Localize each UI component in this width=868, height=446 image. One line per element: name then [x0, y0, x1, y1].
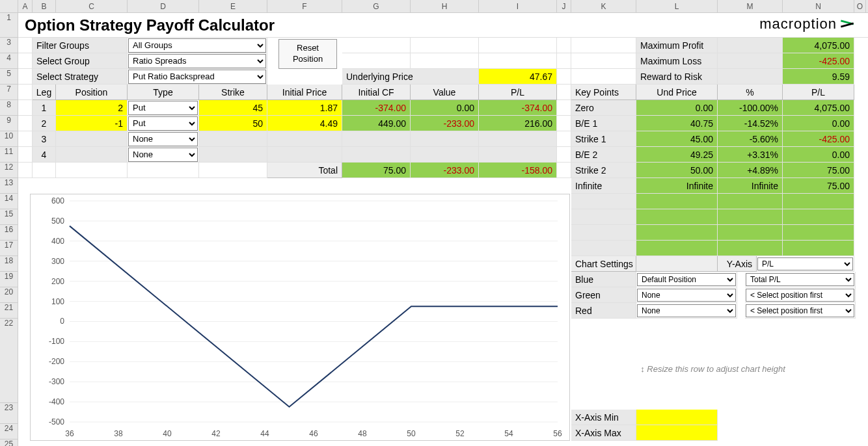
brand-icon — [841, 19, 856, 29]
kp-undprice: 45.00 — [636, 131, 718, 147]
svg-text:42: 42 — [211, 429, 221, 438]
red-select2[interactable]: < Select position first — [746, 304, 854, 317]
svg-text:36: 36 — [65, 429, 74, 438]
brand-logo: macroption — [759, 16, 856, 33]
leg-value — [411, 131, 479, 147]
leg-type-select[interactable]: None — [128, 148, 198, 162]
svg-text:40: 40 — [163, 429, 172, 438]
red-label: Red — [571, 303, 636, 319]
max-loss-label: Maximum Loss — [636, 53, 718, 69]
select-group-label: Select Group — [33, 53, 128, 69]
col-keypoints: Key Points — [571, 85, 636, 100]
leg-initial-cf — [342, 131, 411, 147]
leg-strike[interactable]: 50 — [199, 116, 267, 131]
green-label: Green — [571, 287, 636, 303]
yaxis-label: Y-Axis — [718, 256, 757, 272]
col-undprice: Und Price — [636, 85, 718, 100]
chart-settings-label: Chart Settings — [571, 256, 636, 272]
leg-position[interactable]: -1 — [56, 116, 128, 131]
leg-type-select[interactable]: None — [128, 132, 198, 146]
kp-name: B/E 1 — [571, 116, 636, 131]
leg-position[interactable] — [56, 147, 128, 163]
total-value: -233.00 — [411, 163, 479, 178]
svg-text:100: 100 — [51, 297, 64, 306]
kp-row: Infinite — [571, 178, 636, 194]
max-profit-value: 4,075.00 — [783, 38, 854, 53]
filter-groups-select[interactable]: All Groups — [128, 38, 266, 53]
column-headers: A B C D E F G H I J K L M N O — [0, 0, 868, 13]
leg-pl: 216.00 — [479, 116, 557, 131]
reward-risk-value: 9.59 — [783, 69, 854, 85]
leg-position[interactable]: 2 — [56, 100, 128, 116]
leg-type-select[interactable]: Put — [128, 101, 198, 115]
row-headers: 1 3 4 5 7 8 9 10 11 12 13 14 15 16 17 18… — [0, 13, 18, 446]
leg-initial-price[interactable]: 4.49 — [267, 116, 342, 131]
leg-initial-price[interactable] — [267, 131, 342, 147]
col-pl: P/L — [479, 85, 557, 100]
leg-initial-price[interactable]: 1.87 — [267, 100, 342, 116]
leg-number: 4 — [33, 147, 56, 163]
kp-pct: +3.31% — [718, 147, 783, 163]
col-type: Type — [128, 85, 199, 100]
xaxis-min-input[interactable] — [636, 410, 718, 425]
reset-position-button[interactable]: Reset Position — [278, 39, 337, 69]
red-select1[interactable]: None — [637, 304, 736, 317]
kp-name: Zero — [571, 100, 636, 116]
total-icf: 75.00 — [342, 163, 411, 178]
kp-pct: -14.52% — [718, 116, 783, 131]
kp-pl: 0.00 — [783, 116, 854, 131]
kp-undprice: 49.25 — [636, 147, 718, 163]
col-initial-price: Initial Price — [267, 85, 342, 100]
green-select2[interactable]: < Select position first — [746, 289, 854, 302]
reward-risk-label: Reward to Risk — [636, 69, 718, 85]
svg-text:-400: -400 — [49, 397, 64, 406]
svg-text:600: 600 — [51, 196, 64, 205]
underlying-price-label: Underlying Price — [342, 69, 479, 85]
svg-text:52: 52 — [455, 429, 465, 438]
leg-number: 1 — [33, 100, 56, 116]
kp-undprice: 40.75 — [636, 116, 718, 131]
leg-strike[interactable]: 45 — [199, 100, 267, 116]
leg-value — [411, 147, 479, 163]
select-group-select[interactable]: Ratio Spreads — [128, 54, 266, 68]
leg-pl: -374.00 — [479, 100, 557, 116]
underlying-price-value[interactable]: 47.67 — [479, 69, 557, 85]
leg-number: 2 — [33, 116, 56, 131]
col-pct: % — [718, 85, 783, 100]
xaxis-max-input[interactable] — [636, 425, 718, 441]
svg-text:0: 0 — [60, 317, 64, 326]
col-strike: Strike — [199, 85, 267, 100]
leg-position[interactable] — [56, 131, 128, 147]
kp-pct: -100.00% — [718, 100, 783, 116]
blue-select2[interactable]: Total P/L — [746, 273, 854, 286]
green-select1[interactable]: None — [637, 289, 736, 302]
leg-initial-price[interactable] — [267, 147, 342, 163]
kp-undprice: 0.00 — [636, 100, 718, 116]
total-label: Total — [267, 163, 342, 178]
kp-pl: 0.00 — [783, 147, 854, 163]
leg-value: -233.00 — [411, 116, 479, 131]
leg-type-select[interactable]: Put — [128, 116, 198, 131]
select-strategy-label: Select Strategy — [33, 69, 128, 85]
total-pl: -158.00 — [479, 163, 557, 178]
svg-text:50: 50 — [407, 429, 416, 438]
leg-strike[interactable] — [199, 147, 267, 163]
svg-text:300: 300 — [51, 257, 64, 266]
svg-text:44: 44 — [260, 429, 269, 438]
xaxis-max-label: X-Axis Max — [571, 425, 636, 441]
leg-initial-cf: 449.00 — [342, 116, 411, 131]
filter-groups-label: Filter Groups — [33, 38, 128, 53]
xaxis-min-label: X-Axis Min — [571, 410, 636, 425]
blue-label: Blue — [571, 272, 636, 287]
svg-text:500: 500 — [51, 216, 64, 226]
svg-text:56: 56 — [553, 429, 562, 438]
svg-text:48: 48 — [358, 429, 367, 438]
svg-text:46: 46 — [309, 429, 318, 438]
svg-text:54: 54 — [504, 429, 513, 438]
resize-vert-icon: ↕ — [640, 364, 645, 374]
yaxis-select[interactable]: P/L — [757, 257, 853, 270]
select-strategy-select[interactable]: Put Ratio Backspread — [128, 70, 266, 84]
leg-strike[interactable] — [199, 131, 267, 147]
leg-pl — [479, 147, 557, 163]
blue-select1[interactable]: Default Position — [637, 273, 736, 286]
